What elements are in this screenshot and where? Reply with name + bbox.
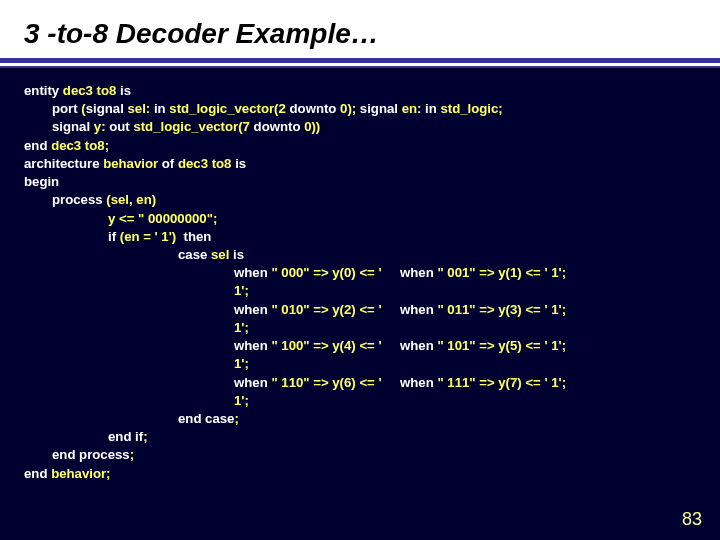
ident: en: [402, 101, 417, 116]
kw-when: when: [400, 265, 434, 280]
kw-downto: downto: [290, 101, 337, 116]
txt: std_logic;: [440, 101, 502, 116]
code-line: signal y: out std_logic_vector(7 downto …: [24, 118, 696, 136]
code-line: architecture behavior of dec3 to8 is: [24, 155, 696, 173]
code-line: end process;: [24, 446, 696, 464]
code-line: y <= " 00000000";: [24, 210, 696, 228]
txt: ;: [143, 429, 147, 444]
kw-when: when: [400, 338, 434, 353]
txt: :: [101, 119, 109, 134]
kw-endif: end if: [108, 429, 143, 444]
txt: :: [417, 101, 425, 116]
code-line: end if;: [24, 428, 696, 446]
kw-port: port: [52, 101, 78, 116]
when-row: when " 110" => y(6) <= ' 1'; when " 111"…: [24, 374, 696, 410]
txt: " 001" => y(1) <= ' 1';: [437, 265, 566, 280]
txt: std_logic_vector(2: [169, 101, 289, 116]
kw-endprocess: end process: [52, 447, 130, 462]
kw-when: when: [234, 302, 268, 317]
kw-is: is: [235, 156, 246, 171]
code-line: begin: [24, 173, 696, 191]
kw-when: when: [234, 265, 268, 280]
kw-when: when: [400, 302, 434, 317]
txt: 0)): [304, 119, 320, 134]
txt: std_logic_vector(7: [133, 119, 253, 134]
kw-signal: signal: [52, 119, 90, 134]
txt: 0);: [340, 101, 360, 116]
txt: " 011" => y(3) <= ' 1';: [437, 302, 566, 317]
code-line: process (sel, en): [24, 191, 696, 209]
kw-in: in: [154, 101, 166, 116]
code-block: entity dec3 to8 is port (signal sel: in …: [0, 68, 720, 489]
kw-downto: downto: [254, 119, 301, 134]
ident: sel: [128, 101, 146, 116]
kw-signal: signal: [86, 101, 124, 116]
code-line: case sel is: [24, 246, 696, 264]
txt: ;: [130, 447, 134, 462]
kw-endcase: end case: [178, 411, 234, 426]
kw-end: end: [24, 466, 47, 481]
code-line: end dec3 to8;: [24, 137, 696, 155]
txt: " 111" => y(7) <= ' 1';: [437, 375, 566, 390]
ident: behavior: [103, 156, 158, 171]
code-line: end behavior;: [24, 465, 696, 483]
txt: :: [146, 101, 154, 116]
kw-when: when: [234, 375, 268, 390]
kw-when: when: [234, 338, 268, 353]
kw-is: is: [120, 83, 131, 98]
when-row: when " 100" => y(4) <= ' 1'; when " 101"…: [24, 337, 696, 373]
kw-signal: signal: [360, 101, 398, 116]
kw-begin: begin: [24, 174, 59, 189]
slide-title: 3 -to-8 Decoder Example…: [0, 0, 720, 58]
txt: y <= " 00000000";: [108, 211, 217, 226]
ident: dec3 to8: [178, 156, 232, 171]
txt: sel: [211, 247, 233, 262]
when-row: when " 010" => y(2) <= ' 1'; when " 011"…: [24, 301, 696, 337]
kw-out: out: [109, 119, 130, 134]
kw-entity: entity: [24, 83, 59, 98]
kw-architecture: architecture: [24, 156, 100, 171]
kw-process: process: [52, 192, 103, 207]
txt: (en = ' 1'): [120, 229, 184, 244]
ident: dec3 to8: [63, 83, 117, 98]
kw-of: of: [162, 156, 174, 171]
txt: (sel, en): [106, 192, 156, 207]
txt: behavior;: [51, 466, 110, 481]
kw-if: if: [108, 229, 116, 244]
code-line: entity dec3 to8 is: [24, 82, 696, 100]
kw-end: end: [24, 138, 47, 153]
kw-when: when: [400, 375, 434, 390]
kw-case: case: [178, 247, 207, 262]
txt: ;: [234, 411, 238, 426]
code-line: port (signal sel: in std_logic_vector(2 …: [24, 100, 696, 118]
code-line: if (en = ' 1') then: [24, 228, 696, 246]
txt: dec3 to8;: [51, 138, 109, 153]
when-row: when " 000" => y(0) <= ' 1'; when " 001"…: [24, 264, 696, 300]
page-number: 83: [682, 509, 702, 530]
code-line: end case;: [24, 410, 696, 428]
txt: " 101" => y(5) <= ' 1';: [437, 338, 566, 353]
kw-then: then: [184, 229, 212, 244]
kw-is: is: [233, 247, 244, 262]
kw-in: in: [425, 101, 437, 116]
